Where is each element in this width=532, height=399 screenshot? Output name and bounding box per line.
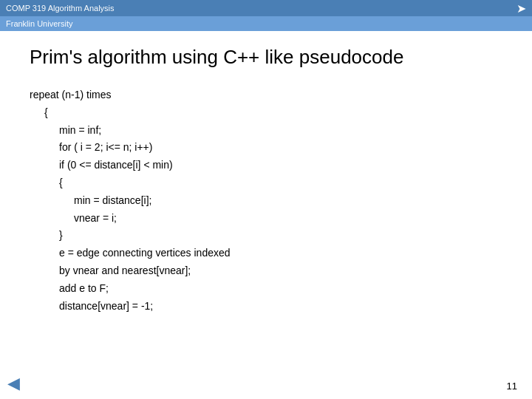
code-line: { [30,104,502,122]
main-content: Prim's algorithm using C++ like pseudoco… [0,31,532,330]
course-title: COMP 319 Algorithm Analysis [6,4,115,13]
right-arrow-icon: ➤ [516,1,526,16]
pseudocode-block: repeat (n-1) times{min = inf;for ( i = 2… [30,86,502,315]
code-line: distance[vnear] = -1; [30,298,502,316]
top-bar: COMP 319 Algorithm Analysis ➤ [0,0,532,16]
code-line: for ( i = 2; i<= n; i++) [30,139,502,157]
code-line: min = inf; [30,122,502,140]
code-line: min = distance[i]; [30,192,502,210]
sub-bar: Franklin University [0,16,532,31]
code-line: e = edge connecting vertices indexed [30,245,502,262]
code-line: } [30,227,502,245]
left-arrow-icon: ◀ [7,374,20,393]
code-line: by vnear and nearest[vnear]; [30,262,502,280]
university-name: Franklin University [6,19,72,28]
code-line: add e to F; [30,280,502,298]
code-line: { [30,174,502,192]
code-line: repeat (n-1) times [30,86,502,104]
page-title: Prim's algorithm using C++ like pseudoco… [30,46,502,69]
code-line: if (0 <= distance[i] < min) [30,157,502,174]
page-number: 11 [507,381,517,392]
code-line: vnear = i; [30,210,502,228]
